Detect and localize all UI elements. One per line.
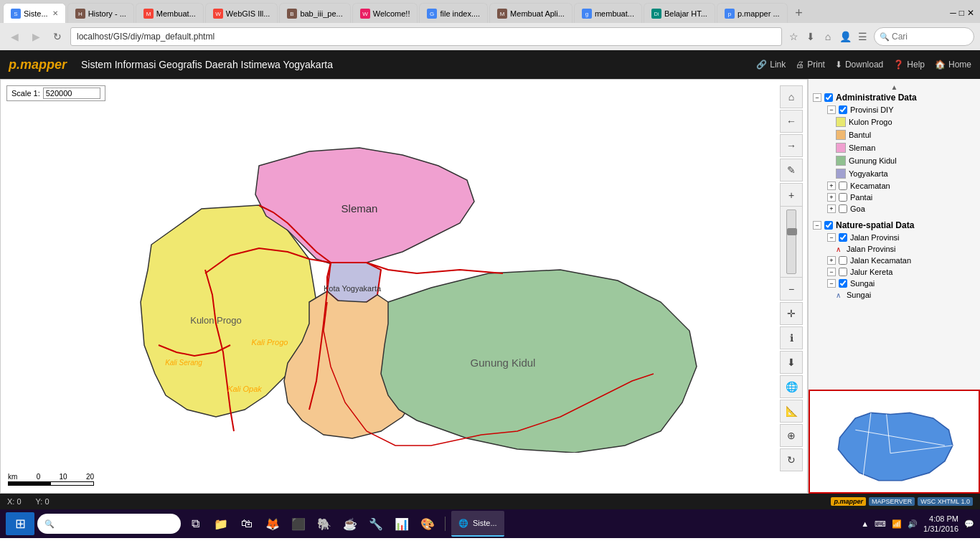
taskbar-app6-icon[interactable]: 📊 <box>390 512 413 535</box>
measure-button[interactable]: 📐 <box>780 400 803 423</box>
jalan-provinsi-item[interactable]: − Jalan Provinsi <box>813 232 976 243</box>
address-bar[interactable]: localhost/GIS/diy/map_default.phtml <box>70 27 782 46</box>
tab-history[interactable]: H History - ... <box>67 3 134 23</box>
start-button[interactable]: ⊞ <box>6 512 34 535</box>
goa-checkbox[interactable] <box>839 204 847 213</box>
kecamatan-checkbox[interactable] <box>839 182 847 190</box>
taskbar-java-icon[interactable]: ☕ <box>339 512 362 535</box>
sungai-collapse[interactable]: − <box>827 279 836 288</box>
jalur-kereta-checkbox[interactable] <box>839 268 847 276</box>
taskbar-search-box[interactable]: 🔍 <box>37 514 181 534</box>
taskbar-notification-icon[interactable]: 💬 <box>964 519 974 529</box>
kulon-progo-layer-item[interactable]: Kulon Progo <box>813 116 976 128</box>
download-icon[interactable]: ⬇ <box>804 31 818 42</box>
info-button[interactable]: ℹ <box>780 326 803 349</box>
home-nav-icon[interactable]: ⌂ <box>821 31 835 42</box>
sungai-checkbox[interactable] <box>839 279 847 288</box>
kecamatan-expand-button[interactable]: + <box>827 182 836 190</box>
tab-belajar[interactable]: Di Belajar HT... <box>644 3 715 23</box>
pantai-checkbox[interactable] <box>839 193 847 202</box>
provinsi-diy-checkbox[interactable] <box>839 105 847 114</box>
sungai-item[interactable]: − Sungai <box>813 278 976 289</box>
tab-close-btn[interactable]: ✕ <box>52 9 58 17</box>
jalur-kereta-expand[interactable]: − <box>827 268 836 276</box>
refresh-button[interactable]: ↻ <box>780 448 803 471</box>
pan-right-button[interactable]: → <box>780 134 803 157</box>
gunung-kidul-layer-item[interactable]: Gunung Kidul <box>813 154 976 167</box>
print-action[interactable]: 🖨 Print <box>796 60 825 70</box>
pantai-layer-item[interactable]: + Pantai <box>813 192 976 203</box>
taskbar-cmd-icon[interactable]: ⬛ <box>287 512 310 535</box>
label-kali-progo: Kali Progo <box>252 338 288 347</box>
download-tool-button[interactable]: ⬇ <box>780 351 803 374</box>
taskbar-up-arrow-icon[interactable]: ▲ <box>861 519 869 528</box>
kecamatan-layer-item[interactable]: + Kecamatan <box>813 180 976 192</box>
jalan-provinsi-checkbox[interactable] <box>839 233 847 242</box>
bookmark-star-icon[interactable]: ☆ <box>786 31 801 42</box>
zoom-out-button[interactable]: − <box>781 277 802 300</box>
taskbar-firefox-icon[interactable]: 🦊 <box>261 512 284 535</box>
taskbar-active-app[interactable]: 🌐 Siste... <box>451 511 504 537</box>
zoom-in-button[interactable]: + <box>781 184 802 207</box>
nature-collapse-button[interactable]: − <box>813 221 821 230</box>
taskbar-app7-icon[interactable]: 🎨 <box>416 512 439 535</box>
maximize-button[interactable]: □ <box>959 8 964 18</box>
jalan-provinsi-collapse[interactable]: − <box>827 233 836 242</box>
search-box[interactable]: 🔍 <box>874 27 974 46</box>
home-tool-button[interactable]: ⌂ <box>780 85 803 108</box>
pan-left-button[interactable]: ← <box>780 110 803 133</box>
goa-layer-item[interactable]: + Goa <box>813 203 976 215</box>
tab-bab[interactable]: B bab_iii_pe... <box>279 3 350 23</box>
jalur-kereta-item[interactable]: − Jalur Kereta <box>813 266 976 278</box>
administrative-collapse-button[interactable]: − <box>813 93 821 102</box>
taskbar-explorer-icon[interactable]: 📁 <box>209 512 232 535</box>
link-action[interactable]: 🔗 Link <box>756 60 786 70</box>
scroll-up-button[interactable]: ▲ <box>813 83 976 91</box>
yogyakarta-layer-item[interactable]: Yogyakarta <box>813 167 976 180</box>
bantul-layer-item[interactable]: Bantul <box>813 128 976 141</box>
tab-active[interactable]: S Siste... ✕ <box>3 3 66 23</box>
provinsi-diy-item[interactable]: − Provinsi DIY <box>813 104 976 116</box>
forward-button[interactable]: ▶ <box>27 28 44 45</box>
pantai-expand-button[interactable]: + <box>827 193 836 202</box>
mini-map[interactable] <box>809 390 980 494</box>
zoom-slider[interactable] <box>786 209 796 274</box>
help-action[interactable]: ❓ Help <box>893 60 925 70</box>
nature-checkbox[interactable] <box>824 221 833 230</box>
tab-webgis[interactable]: W WebGIS Ill... <box>205 3 278 23</box>
administrative-checkbox[interactable] <box>824 93 833 102</box>
taskbar-pgadmin-icon[interactable]: 🐘 <box>313 512 336 535</box>
user-icon[interactable]: 👤 <box>838 31 852 42</box>
tab-file[interactable]: G file index.... <box>419 3 488 23</box>
sleman-layer-item[interactable]: Sleman <box>813 141 976 154</box>
globe-button[interactable]: 🌐 <box>780 375 803 398</box>
reload-button[interactable]: ↻ <box>49 28 66 45</box>
map-area[interactable]: Scale 1: <box>0 79 808 494</box>
tab-pmapper[interactable]: p p.mapper ... <box>717 3 788 23</box>
tab-membuat-apli[interactable]: M Membuat Apli... <box>489 3 573 23</box>
menu-icon[interactable]: ☰ <box>855 31 870 42</box>
new-tab-button[interactable]: + <box>789 3 809 23</box>
tab-membuat[interactable]: M Membuat... <box>136 3 204 23</box>
back-button[interactable]: ◀ <box>6 28 23 45</box>
scale-input[interactable] <box>43 88 100 99</box>
download-action[interactable]: ⬇ Download <box>835 60 883 70</box>
taskbar-store-icon[interactable]: 🛍 <box>235 512 258 535</box>
jalan-kecamatan-checkbox[interactable] <box>839 256 847 265</box>
tab-welcome[interactable]: W Welcome!! <box>352 3 418 23</box>
select-button[interactable]: ⊕ <box>780 424 803 447</box>
taskbar-network-icon: 📶 <box>892 519 902 529</box>
jalan-kecamatan-item[interactable]: + Jalan Kecamatan <box>813 255 976 266</box>
provinsi-collapse-button[interactable]: − <box>827 105 836 114</box>
jalan-kecamatan-expand[interactable]: + <box>827 256 836 265</box>
erase-button[interactable]: ✎ <box>780 159 803 182</box>
close-button[interactable]: ✕ <box>967 8 974 18</box>
home-action[interactable]: 🏠 Home <box>935 60 971 70</box>
goa-expand-button[interactable]: + <box>827 204 836 213</box>
tab-membuat2[interactable]: g membuat... <box>574 3 642 23</box>
taskbar-app5-icon[interactable]: 🔧 <box>364 512 387 535</box>
taskbar-task-view-icon[interactable]: ⧉ <box>184 512 207 535</box>
minimize-button[interactable]: ─ <box>950 8 956 18</box>
pan-all-button[interactable]: ✛ <box>780 302 803 325</box>
zoom-slider-thumb[interactable] <box>787 228 797 235</box>
